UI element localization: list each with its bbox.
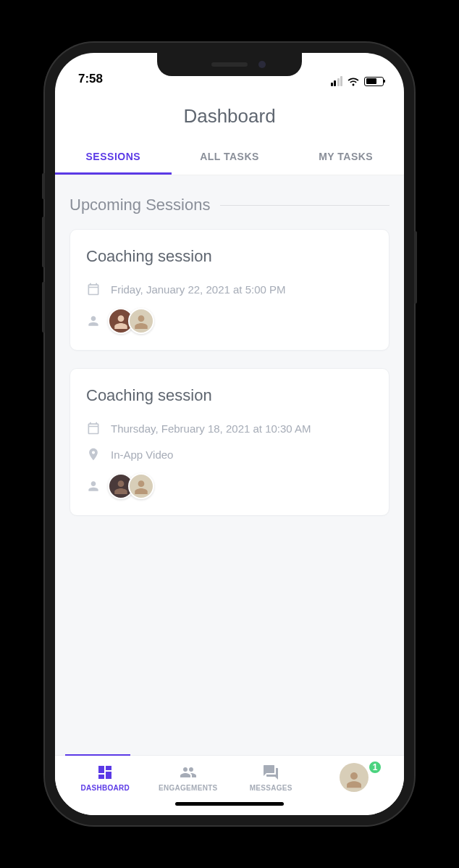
tabs: SESSIONS ALL TASKS MY TASKS xyxy=(55,141,404,175)
chat-icon xyxy=(262,764,279,781)
tab-sessions[interactable]: SESSIONS xyxy=(55,141,172,175)
status-time: 7:58 xyxy=(78,72,103,86)
tab-my-tasks[interactable]: MY TASKS xyxy=(287,141,404,175)
section-header: Upcoming Sessions xyxy=(70,175,389,229)
notification-badge: 1 xyxy=(368,760,382,775)
session-card[interactable]: Coaching session Thursday, February 18, … xyxy=(70,368,389,516)
session-participants-row xyxy=(86,308,373,334)
power-button xyxy=(414,231,417,304)
wifi-icon xyxy=(347,77,360,86)
home-indicator-area xyxy=(55,792,404,815)
session-participants-row xyxy=(86,473,373,499)
content-area[interactable]: Upcoming Sessions Coaching session Frida… xyxy=(55,175,404,755)
person-icon xyxy=(86,314,101,328)
session-datetime-row: Friday, January 22, 2021 at 5:00 PM xyxy=(86,282,373,296)
bottom-nav: DASHBOARD ENGAGEMENTS MESSAGES 1 xyxy=(55,755,404,792)
nav-engagements[interactable]: ENGAGEMENTS xyxy=(147,764,230,792)
calendar-icon xyxy=(86,282,101,296)
session-datetime: Friday, January 22, 2021 at 5:00 PM xyxy=(111,283,286,296)
tab-all-tasks[interactable]: ALL TASKS xyxy=(172,141,288,175)
page-title: Dashboard xyxy=(55,105,404,128)
section-title: Upcoming Sessions xyxy=(70,196,210,214)
session-location: In-App Video xyxy=(111,448,173,461)
participant-avatars xyxy=(108,473,154,499)
avatar xyxy=(128,473,154,499)
dashboard-icon xyxy=(96,764,114,781)
mute-switch xyxy=(42,173,45,199)
session-title: Coaching session xyxy=(86,247,373,266)
session-title: Coaching session xyxy=(86,386,373,405)
nav-label: ENGAGEMENTS xyxy=(159,784,218,792)
signal-icon xyxy=(331,76,343,86)
volume-down-button xyxy=(42,282,45,333)
nav-dashboard[interactable]: DASHBOARD xyxy=(64,764,147,792)
session-datetime-row: Thursday, February 18, 2021 at 10:30 AM xyxy=(86,421,373,435)
session-location-row: In-App Video xyxy=(86,447,373,462)
nav-label: MESSAGES xyxy=(250,784,292,792)
profile-avatar[interactable] xyxy=(340,763,369,792)
phone-frame: 7:58 Dashboard SESSIONS ALL TASKS MY TAS… xyxy=(45,43,414,825)
avatar xyxy=(128,308,154,334)
person-icon xyxy=(86,479,101,493)
battery-icon xyxy=(364,77,384,86)
notch xyxy=(157,53,302,76)
calendar-icon xyxy=(86,421,101,435)
session-card[interactable]: Coaching session Friday, January 22, 202… xyxy=(70,229,389,351)
app-header: Dashboard xyxy=(55,89,404,141)
volume-up-button xyxy=(42,217,45,267)
participant-avatars xyxy=(108,308,154,334)
nav-messages[interactable]: MESSAGES xyxy=(230,764,313,792)
session-datetime: Thursday, February 18, 2021 at 10:30 AM xyxy=(111,422,311,435)
location-pin-icon xyxy=(86,447,101,462)
home-indicator[interactable] xyxy=(175,802,284,806)
people-icon xyxy=(180,764,197,781)
nav-label: DASHBOARD xyxy=(80,784,130,792)
